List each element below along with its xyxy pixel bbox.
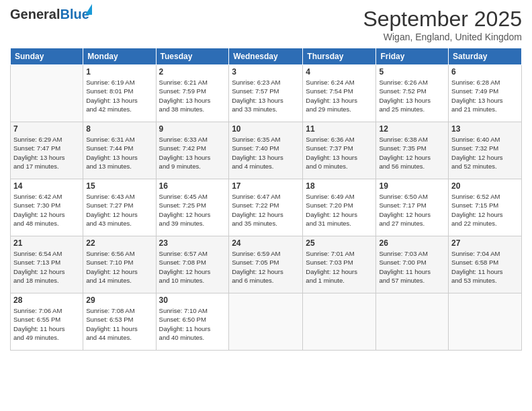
day-number: 2 bbox=[159, 67, 226, 77]
calendar-cell: 1Sunrise: 6:19 AM Sunset: 8:01 PM Daylig… bbox=[83, 65, 156, 122]
day-number: 25 bbox=[306, 238, 373, 248]
day-info: Sunrise: 6:54 AM Sunset: 7:13 PM Dayligh… bbox=[13, 249, 80, 285]
calendar-cell: 26Sunrise: 7:03 AM Sunset: 7:00 PM Dayli… bbox=[376, 236, 449, 293]
header-saturday: Saturday bbox=[449, 48, 522, 65]
weekday-header-row: Sunday Monday Tuesday Wednesday Thursday… bbox=[11, 48, 522, 65]
day-info: Sunrise: 7:04 AM Sunset: 6:58 PM Dayligh… bbox=[451, 249, 519, 285]
day-number: 13 bbox=[451, 124, 519, 134]
calendar-cell: 30Sunrise: 7:10 AM Sunset: 6:50 PM Dayli… bbox=[156, 293, 229, 351]
logo-general: General bbox=[10, 7, 60, 21]
day-number: 28 bbox=[13, 295, 80, 305]
day-info: Sunrise: 6:52 AM Sunset: 7:15 PM Dayligh… bbox=[451, 192, 519, 228]
header-wednesday: Wednesday bbox=[229, 48, 303, 65]
day-info: Sunrise: 6:57 AM Sunset: 7:08 PM Dayligh… bbox=[159, 249, 226, 285]
day-info: Sunrise: 6:49 AM Sunset: 7:20 PM Dayligh… bbox=[306, 192, 373, 228]
day-info: Sunrise: 7:03 AM Sunset: 7:00 PM Dayligh… bbox=[379, 249, 445, 285]
day-number: 27 bbox=[451, 238, 519, 248]
calendar-cell: 20Sunrise: 6:52 AM Sunset: 7:15 PM Dayli… bbox=[449, 179, 522, 236]
calendar-cell: 11Sunrise: 6:36 AM Sunset: 7:37 PM Dayli… bbox=[303, 122, 376, 179]
day-info: Sunrise: 6:45 AM Sunset: 7:25 PM Dayligh… bbox=[159, 192, 226, 228]
day-number: 11 bbox=[306, 124, 373, 134]
month-title: September 2025 bbox=[363, 7, 522, 32]
day-number: 22 bbox=[86, 238, 152, 248]
day-number: 16 bbox=[159, 181, 226, 191]
header-tuesday: Tuesday bbox=[156, 48, 229, 65]
day-number: 15 bbox=[86, 181, 152, 191]
calendar-cell bbox=[229, 293, 303, 351]
day-info: Sunrise: 7:06 AM Sunset: 6:55 PM Dayligh… bbox=[13, 306, 80, 342]
calendar: Sunday Monday Tuesday Wednesday Thursday… bbox=[10, 48, 522, 351]
day-info: Sunrise: 6:42 AM Sunset: 7:30 PM Dayligh… bbox=[13, 192, 80, 228]
header-friday: Friday bbox=[376, 48, 449, 65]
calendar-cell bbox=[11, 65, 83, 122]
day-number: 23 bbox=[159, 238, 226, 248]
calendar-cell: 10Sunrise: 6:35 AM Sunset: 7:40 PM Dayli… bbox=[229, 122, 303, 179]
day-info: Sunrise: 6:19 AM Sunset: 8:01 PM Dayligh… bbox=[86, 78, 152, 113]
day-number: 20 bbox=[451, 181, 519, 191]
calendar-cell bbox=[376, 293, 449, 351]
logo: GeneralBlue bbox=[10, 7, 89, 22]
calendar-cell: 8Sunrise: 6:31 AM Sunset: 7:44 PM Daylig… bbox=[83, 122, 156, 179]
day-number: 18 bbox=[306, 181, 373, 191]
header: GeneralBlue September 2025 Wigan, Englan… bbox=[10, 7, 522, 42]
day-number: 21 bbox=[13, 238, 80, 248]
day-number: 30 bbox=[159, 295, 226, 305]
header-sunday: Sunday bbox=[11, 48, 83, 65]
calendar-cell: 4Sunrise: 6:24 AM Sunset: 7:54 PM Daylig… bbox=[303, 65, 376, 122]
calendar-cell: 16Sunrise: 6:45 AM Sunset: 7:25 PM Dayli… bbox=[156, 179, 229, 236]
day-number: 8 bbox=[86, 124, 152, 134]
day-number: 9 bbox=[159, 124, 226, 134]
day-info: Sunrise: 6:26 AM Sunset: 7:52 PM Dayligh… bbox=[379, 78, 445, 113]
day-info: Sunrise: 6:47 AM Sunset: 7:22 PM Dayligh… bbox=[232, 192, 300, 228]
day-number: 7 bbox=[13, 124, 80, 134]
calendar-cell: 29Sunrise: 7:08 AM Sunset: 6:53 PM Dayli… bbox=[83, 293, 156, 351]
day-number: 3 bbox=[232, 67, 300, 77]
week-row-3: 14Sunrise: 6:42 AM Sunset: 7:30 PM Dayli… bbox=[11, 179, 522, 236]
day-info: Sunrise: 6:36 AM Sunset: 7:37 PM Dayligh… bbox=[306, 135, 373, 171]
day-number: 24 bbox=[232, 238, 300, 248]
calendar-cell: 9Sunrise: 6:33 AM Sunset: 7:42 PM Daylig… bbox=[156, 122, 229, 179]
location: Wigan, England, United Kingdom bbox=[363, 32, 522, 42]
calendar-cell: 21Sunrise: 6:54 AM Sunset: 7:13 PM Dayli… bbox=[11, 236, 83, 293]
calendar-cell: 3Sunrise: 6:23 AM Sunset: 7:57 PM Daylig… bbox=[229, 65, 303, 122]
week-row-5: 28Sunrise: 7:06 AM Sunset: 6:55 PM Dayli… bbox=[11, 293, 522, 351]
calendar-cell: 5Sunrise: 6:26 AM Sunset: 7:52 PM Daylig… bbox=[376, 65, 449, 122]
day-number: 14 bbox=[13, 181, 80, 191]
calendar-cell bbox=[449, 293, 522, 351]
day-info: Sunrise: 6:29 AM Sunset: 7:47 PM Dayligh… bbox=[13, 135, 80, 171]
calendar-cell: 14Sunrise: 6:42 AM Sunset: 7:30 PM Dayli… bbox=[11, 179, 83, 236]
day-info: Sunrise: 6:23 AM Sunset: 7:57 PM Dayligh… bbox=[232, 78, 300, 113]
day-number: 12 bbox=[379, 124, 445, 134]
day-number: 5 bbox=[379, 67, 445, 77]
day-number: 17 bbox=[232, 181, 300, 191]
day-number: 1 bbox=[86, 67, 152, 77]
calendar-cell: 28Sunrise: 7:06 AM Sunset: 6:55 PM Dayli… bbox=[11, 293, 83, 351]
calendar-cell: 22Sunrise: 6:56 AM Sunset: 7:10 PM Dayli… bbox=[83, 236, 156, 293]
day-info: Sunrise: 6:40 AM Sunset: 7:32 PM Dayligh… bbox=[451, 135, 519, 171]
calendar-cell: 15Sunrise: 6:43 AM Sunset: 7:27 PM Dayli… bbox=[83, 179, 156, 236]
calendar-cell: 24Sunrise: 6:59 AM Sunset: 7:05 PM Dayli… bbox=[229, 236, 303, 293]
calendar-cell: 7Sunrise: 6:29 AM Sunset: 7:47 PM Daylig… bbox=[11, 122, 83, 179]
day-info: Sunrise: 6:21 AM Sunset: 7:59 PM Dayligh… bbox=[159, 78, 226, 113]
calendar-cell bbox=[303, 293, 376, 351]
calendar-cell: 6Sunrise: 6:28 AM Sunset: 7:49 PM Daylig… bbox=[449, 65, 522, 122]
calendar-cell: 17Sunrise: 6:47 AM Sunset: 7:22 PM Dayli… bbox=[229, 179, 303, 236]
day-info: Sunrise: 6:43 AM Sunset: 7:27 PM Dayligh… bbox=[86, 192, 152, 228]
day-number: 6 bbox=[451, 67, 519, 77]
day-number: 4 bbox=[306, 67, 373, 77]
day-info: Sunrise: 6:59 AM Sunset: 7:05 PM Dayligh… bbox=[232, 249, 300, 285]
day-info: Sunrise: 6:56 AM Sunset: 7:10 PM Dayligh… bbox=[86, 249, 152, 285]
day-info: Sunrise: 6:24 AM Sunset: 7:54 PM Dayligh… bbox=[306, 78, 373, 113]
calendar-cell: 13Sunrise: 6:40 AM Sunset: 7:32 PM Dayli… bbox=[449, 122, 522, 179]
day-info: Sunrise: 6:33 AM Sunset: 7:42 PM Dayligh… bbox=[159, 135, 226, 171]
week-row-1: 1Sunrise: 6:19 AM Sunset: 8:01 PM Daylig… bbox=[11, 65, 522, 122]
week-row-2: 7Sunrise: 6:29 AM Sunset: 7:47 PM Daylig… bbox=[11, 122, 522, 179]
day-info: Sunrise: 6:28 AM Sunset: 7:49 PM Dayligh… bbox=[451, 78, 519, 113]
day-info: Sunrise: 7:01 AM Sunset: 7:03 PM Dayligh… bbox=[306, 249, 373, 285]
calendar-cell: 12Sunrise: 6:38 AM Sunset: 7:35 PM Dayli… bbox=[376, 122, 449, 179]
header-thursday: Thursday bbox=[303, 48, 376, 65]
logo-triangle bbox=[85, 4, 92, 15]
main-container: GeneralBlue September 2025 Wigan, Englan… bbox=[0, 0, 532, 354]
calendar-cell: 25Sunrise: 7:01 AM Sunset: 7:03 PM Dayli… bbox=[303, 236, 376, 293]
calendar-cell: 27Sunrise: 7:04 AM Sunset: 6:58 PM Dayli… bbox=[449, 236, 522, 293]
